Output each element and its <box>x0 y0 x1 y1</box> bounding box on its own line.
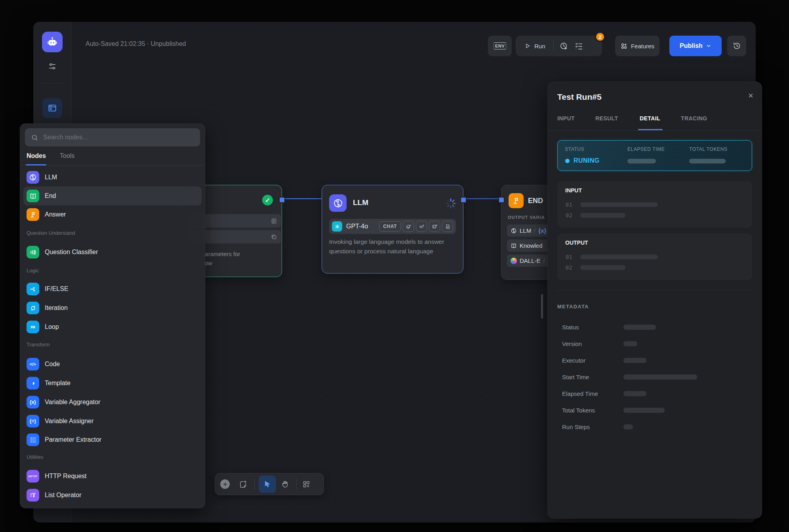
run-button[interactable]: Run <box>524 43 545 49</box>
input-skeleton-2 <box>580 213 625 218</box>
answer-icon <box>27 208 39 221</box>
meta-skeleton-executor <box>623 358 646 363</box>
organize-nodes-button[interactable] <box>302 480 311 488</box>
document-icon <box>271 218 277 224</box>
audio-capability-icon <box>416 221 427 232</box>
tab-result[interactable]: RESULT <box>595 115 618 122</box>
iteration-icon <box>27 302 39 314</box>
pointer-mode-button[interactable] <box>259 475 276 493</box>
copy-icon <box>271 234 277 240</box>
publish-label: Publish <box>680 42 703 49</box>
search-icon <box>31 134 38 141</box>
llm-node-title: LLM <box>353 198 368 207</box>
search-input[interactable] <box>42 133 200 141</box>
end-node-title: END <box>528 197 543 205</box>
tab-detail[interactable]: DETAIL <box>640 115 660 122</box>
meta-skeleton-status <box>623 325 656 330</box>
end-var-name: LLM <box>520 227 531 234</box>
output-skeleton-1 <box>580 255 658 259</box>
line-number: 01 <box>566 201 572 208</box>
meta-skeleton-start-time <box>623 374 697 380</box>
test-run-panel: Test Run#5 × INPUT RESULT DETAIL TRACING… <box>547 82 762 519</box>
meta-label-executor: Executor <box>562 357 585 364</box>
checklist-badge: 2 <box>595 32 605 42</box>
node-item-if-else[interactable]: IF/ELSE <box>27 283 69 295</box>
node-item-end[interactable]: End <box>27 190 56 202</box>
llm-node-icon <box>329 194 347 212</box>
node-item-llm[interactable]: LLM <box>27 171 57 184</box>
search-box[interactable] <box>25 128 200 146</box>
tab-nodes[interactable]: Nodes <box>27 152 46 160</box>
hand-mode-button[interactable] <box>281 480 290 488</box>
canvas-scrollbar[interactable] <box>541 294 543 319</box>
status-value: RUNING <box>574 157 600 164</box>
question-classifier-icon <box>27 246 39 258</box>
end-var-name: Knowled <box>520 242 543 249</box>
line-number: 02 <box>566 264 572 271</box>
output-port[interactable] <box>460 197 467 203</box>
openai-icon <box>332 221 342 232</box>
end-node-icon <box>509 193 524 208</box>
add-note-button[interactable] <box>239 480 248 488</box>
node-item-parameter-extractor[interactable]: Parameter Extractor <box>27 433 101 446</box>
toolbar-divider <box>296 479 297 490</box>
rail-divider <box>41 83 63 84</box>
tabs-divider <box>20 165 205 165</box>
active-tab-underline <box>638 129 663 130</box>
autosave-status: Auto-Saved 21:02:35 · Unpublished <box>86 40 186 48</box>
output-port[interactable] <box>279 197 285 203</box>
parameter-extractor-icon <box>27 433 39 446</box>
template-icon: ◑ <box>27 377 39 390</box>
publish-button[interactable]: Publish <box>669 36 722 56</box>
env-button[interactable]: ENV <box>488 36 512 56</box>
metadata-title: METADATA <box>557 304 589 310</box>
tab-input[interactable]: INPUT <box>557 115 575 122</box>
node-item-answer[interactable]: Answer <box>27 208 66 221</box>
node-item-question-classifier[interactable]: Question Classifier <box>27 246 98 258</box>
node-item-variable-aggregator[interactable]: {x} Variable Aggregator <box>27 396 100 408</box>
node-item-code[interactable]: </> Code <box>27 358 60 370</box>
llm-model-row[interactable]: GPT-4o CHAT <box>329 219 456 234</box>
app-root: ✓ parameters for flow LLM GPT-4o CHAT <box>0 0 789 532</box>
play-icon <box>524 43 531 49</box>
status-running-dot <box>565 159 570 163</box>
status-label: STATUS <box>565 146 584 152</box>
variable-assigner-icon: {=} <box>27 415 39 428</box>
close-icon[interactable]: × <box>748 91 753 100</box>
toolbar-divider <box>254 479 255 490</box>
edge-start-to-llm <box>280 198 322 199</box>
tokens-label: TOTAL TOKENS <box>689 146 728 152</box>
elapsed-label: ELAPSED TIME <box>627 146 665 152</box>
node-item-loop[interactable]: ∞ Loop <box>27 321 59 333</box>
add-node-button[interactable] <box>220 479 230 489</box>
llm-node[interactable]: LLM GPT-4o CHAT Invoking large language … <box>322 185 463 274</box>
tab-tools[interactable]: Tools <box>60 152 74 160</box>
dot-grid-glyph <box>30 437 36 443</box>
input-skeleton-1 <box>580 202 658 207</box>
edge-llm-to-end <box>462 198 501 199</box>
node-item-variable-assigner[interactable]: {=} Variable Assigner <box>27 415 93 428</box>
schedule-icon[interactable] <box>559 42 568 51</box>
meta-label-start-time: Start Time <box>562 374 589 380</box>
checklist-icon[interactable] <box>574 42 583 51</box>
meta-label-run-steps: Run Steps <box>562 424 590 430</box>
node-item-template[interactable]: ◑ Template <box>27 377 71 390</box>
success-badge: ✓ <box>262 195 273 205</box>
features-button[interactable]: Features <box>615 36 659 56</box>
history-button[interactable] <box>727 36 746 56</box>
document-capability-icon <box>442 221 453 232</box>
tab-tracing[interactable]: TRACING <box>681 115 707 122</box>
separator: / <box>543 257 545 264</box>
node-picker-panel: Nodes Tools LLM End Answer Question Unde… <box>20 124 205 508</box>
section-logic: Logic <box>27 268 39 274</box>
node-item-http-request[interactable]: HTTP HTTP Request <box>27 470 87 483</box>
output-skeleton-2 <box>580 265 625 270</box>
rail-settings-icon[interactable] <box>48 62 57 71</box>
app-logo[interactable] <box>42 32 63 52</box>
rail-workflow-button[interactable] <box>42 98 62 118</box>
variable-aggregator-icon: {x} <box>27 396 39 408</box>
if-else-icon <box>27 283 39 295</box>
node-item-iteration[interactable]: Iteration <box>27 302 68 314</box>
node-item-list-operator[interactable]: List Operator <box>27 489 81 502</box>
input-port[interactable] <box>498 197 505 203</box>
